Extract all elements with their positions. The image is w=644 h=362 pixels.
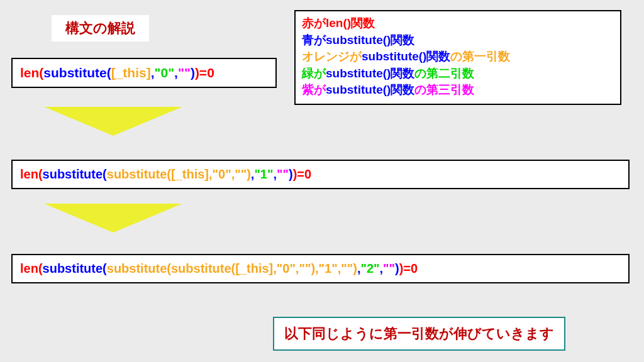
formula-box-2: len(substitute(substitute([_this],"0",""…	[11, 160, 630, 189]
footer-text: 以下同じように第一引数が伸びていきます	[284, 326, 554, 341]
f3-arg1: substitute(substitute([_this],"0",""),"1…	[107, 261, 357, 275]
title-box: 構文の解説	[52, 15, 149, 41]
down-arrow-icon-2	[44, 204, 182, 233]
legend-line-5: 紫がsubstitute()関数の第三引数	[302, 82, 614, 99]
legend-5c: の第三引数	[414, 83, 474, 96]
legend-1b: len()関数	[326, 16, 375, 30]
f3-len: len(	[20, 261, 43, 275]
f1-arg3: ""	[178, 65, 191, 80]
f3-arg2: "2"	[360, 261, 379, 275]
legend-line-1: 赤がlen()関数	[302, 15, 614, 32]
f1-close2: )=0	[195, 65, 214, 80]
formula-box-3: len(substitute(substitute(substitute([_t…	[11, 254, 630, 283]
legend-2b: substitute()関数	[326, 33, 414, 47]
legend-4a: 緑が	[302, 67, 326, 80]
legend-1a: 赤が	[302, 16, 326, 30]
f1-arg1: [_this]	[111, 65, 151, 80]
legend-line-2: 青がsubstitute()関数	[302, 32, 614, 49]
f2-arg3: ""	[277, 167, 289, 181]
f3-arg3: ""	[383, 261, 395, 275]
f2-arg1: substitute([_this],"0","")	[107, 167, 251, 181]
footer-box: 以下同じように第一引数が伸びていきます	[273, 317, 565, 351]
legend-3c: の第一引数	[450, 50, 510, 63]
f1-sub: substitute(	[43, 65, 111, 80]
legend-4c: の第二引数	[414, 67, 474, 80]
legend-5b: substitute()関数	[326, 83, 414, 96]
legend-4b: substitute()関数	[326, 67, 414, 80]
f3-sub: substitute(	[43, 261, 107, 275]
legend-3a: オレンジが	[302, 50, 362, 63]
legend-5a: 紫が	[302, 83, 326, 96]
formula-box-1: len(substitute([_this],"0",""))=0	[11, 58, 277, 88]
legend-line-3: オレンジがsubstitute()関数の第一引数	[302, 48, 614, 65]
legend-2a: 青が	[302, 33, 326, 47]
f3-close1: )	[395, 261, 399, 275]
legend-line-4: 緑がsubstitute()関数の第二引数	[302, 65, 614, 82]
f2-close1: )	[289, 167, 293, 181]
title-text: 構文の解説	[65, 20, 135, 36]
f3-close2: )=0	[399, 261, 418, 275]
legend-box: 赤がlen()関数 青がsubstitute()関数 オレンジがsubstitu…	[294, 10, 621, 105]
down-arrow-icon-1	[44, 107, 182, 136]
f1-close1: )	[191, 65, 195, 80]
f2-sub: substitute(	[43, 167, 107, 181]
f2-close2: )=0	[293, 167, 311, 181]
f2-len: len(	[20, 167, 43, 181]
f2-arg2: "1"	[254, 167, 273, 181]
legend-3b: substitute()関数	[362, 50, 450, 63]
f1-arg2: "0"	[155, 65, 175, 80]
f1-len: len(	[20, 65, 43, 80]
